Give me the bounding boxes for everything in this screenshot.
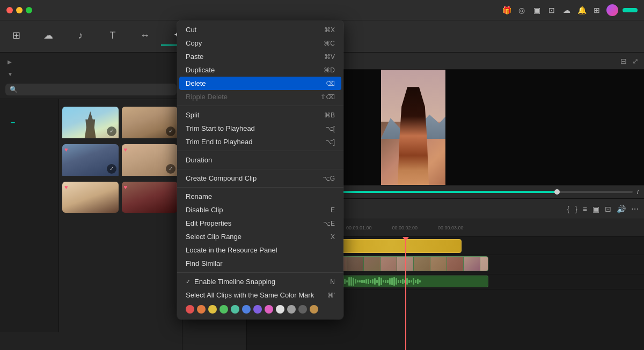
wave-bar [406,278,408,285]
wave-bar [380,278,382,285]
align-icon[interactable]: ≡ [583,205,587,213]
color-dot[interactable] [265,305,273,314]
wave-bar [411,280,412,282]
toolbar-item-media[interactable]: ⊞ [0,27,32,45]
color-dot[interactable] [253,305,262,314]
color-dot[interactable] [219,305,228,314]
color-dot[interactable] [186,305,194,314]
wave-bar [357,280,358,283]
context-menu-item-disable[interactable]: Disable ClipE [177,203,343,217]
wave-bar [372,279,374,284]
context-menu-item-label: Select Clip Range [186,233,331,241]
color-dot[interactable] [298,305,307,314]
filter-thumb-hue-plus[interactable]: ♥ ✓ [122,144,178,178]
fullscreen-button[interactable] [26,7,32,13]
filter-thumb-extra1[interactable]: ♥ [62,182,119,213]
tab-mine[interactable]: ▶ [0,56,182,68]
ctl-icon-group-right: { } ≡ ▣ ⊡ 🔊 ⋯ [567,205,639,213]
toolbar-item-stock[interactable]: ☁ [32,27,64,45]
category-item-featured[interactable] [0,111,58,118]
bracket-close-icon[interactable]: } [575,205,577,213]
color-dot[interactable] [276,305,284,314]
context-menu-item-duplicate[interactable]: Duplicate⌘D [177,63,343,77]
gift-icon[interactable]: 🎁 [501,5,512,16]
grid-view-icon[interactable]: ⊟ [620,57,627,65]
category-item-basic[interactable] [0,103,58,111]
more-icon[interactable]: ⋯ [631,205,639,213]
color-dot[interactable] [242,305,251,314]
color-dot[interactable] [310,305,318,314]
context-menu-item-label: Split [186,111,324,119]
context-menu-item-split[interactable]: Split⌘B [177,108,343,122]
check-icon: ✓ [107,126,116,136]
category-item-mono[interactable] [0,118,58,127]
frame-13 [447,257,463,271]
frame-9 [380,257,397,271]
monitor-icon[interactable]: ▣ [592,205,599,213]
search-input[interactable] [21,86,172,93]
context-menu-item-duration[interactable]: Duration [177,153,343,167]
check-icon-4: ✓ [166,164,175,174]
color-dot[interactable] [208,305,217,314]
camera-icon[interactable]: ⊡ [605,205,611,213]
cloud-icon[interactable]: ☁ [561,5,572,16]
filter-label-sierra [122,138,178,141]
scrubber-thumb [554,189,560,195]
toolbar-item-audio[interactable]: ♪ [64,28,97,45]
filter-thumb-img-extra1: ♥ [62,182,119,213]
context-menu-item-find-similar[interactable]: Find Similar [177,257,343,270]
heart-icon-3: ♥ [64,184,68,190]
filter-thumb-extra2[interactable]: ♥ [122,182,178,213]
grid-icon[interactable]: ⊞ [591,5,602,16]
bell-icon[interactable]: 🔔 [576,5,587,16]
wave-bar [404,280,406,282]
context-menu-item-rename[interactable]: Rename [177,190,343,203]
color-dot[interactable] [287,305,296,314]
minimize-button[interactable] [16,7,23,13]
context-menu-item-trim-start[interactable]: Trim Start to Playhead⌥[ [177,122,343,135]
bookmark-icon[interactable]: ⊡ [546,5,557,16]
category-item-lifestyle[interactable] [0,127,58,135]
color-dot[interactable] [231,305,239,314]
avatar[interactable] [606,4,618,16]
context-menu-item-snapping[interactable]: ✓Enable Timeline SnappingN [177,275,343,288]
export-button[interactable] [623,8,638,12]
color-dot[interactable] [197,305,206,314]
context-menu-item-edit-props[interactable]: Edit Properties⌥E [177,217,343,230]
context-menu-item-compound[interactable]: Create Compound Clip⌥G [177,172,343,185]
wave-bar [378,277,380,285]
wave-bar [376,280,378,282]
context-menu-item-trim-end[interactable]: Trim End to Playhead⌥] [177,135,343,148]
filter-thumb-sunny-days[interactable]: ✓ [62,107,119,141]
wave-bar [383,280,384,282]
expand-icon[interactable]: ⤢ [632,57,639,65]
toolbar-item-titles[interactable]: T [97,28,129,45]
context-menu-item-label: Paste [186,53,324,61]
category-item-cinematic[interactable] [0,135,58,142]
context-menu-item-delete[interactable]: Delete⌫ [179,77,341,90]
context-menu-item-shortcut: ⌘C [324,40,335,47]
context-menu-item-cut[interactable]: Cut⌘X [177,23,343,36]
context-menu-item-color-mark[interactable]: Select All Clips with the Same Color Mar… [177,288,343,302]
bracket-open-icon[interactable]: { [567,205,569,213]
filter-thumb-img-extra2: ♥ [122,182,178,213]
volume-icon[interactable]: 🔊 [617,205,626,213]
context-menu-item-shortcut: ⌘X [324,26,335,34]
category-item-retro[interactable] [0,142,58,150]
filter-thumb-sierra[interactable]: ✓ [122,107,178,141]
context-menu-separator [177,151,343,151]
display-icon[interactable]: ▣ [531,5,542,16]
wave-bar [353,278,354,286]
context-menu-item-locate[interactable]: Locate in the Resource Panel [177,243,343,257]
context-menu-item-select-range[interactable]: Select Clip RangeX [177,230,343,243]
user-circle-icon[interactable]: ◎ [516,5,527,16]
context-menu-item-label: Enable Timeline Snapping [194,278,330,286]
toolbar-item-transitions[interactable]: ↔ [129,28,161,45]
close-button[interactable] [6,7,13,13]
context-menu-item-copy[interactable]: Copy⌘C [177,36,343,50]
context-menu-item-shortcut: ⌘D [324,66,335,74]
tab-filters[interactable]: ▼ [0,68,182,80]
filter-thumb-conetrast[interactable]: ♥ ✓ [62,144,119,178]
context-menu-item-paste[interactable]: Paste⌘V [177,50,343,63]
wave-bar [368,279,369,285]
